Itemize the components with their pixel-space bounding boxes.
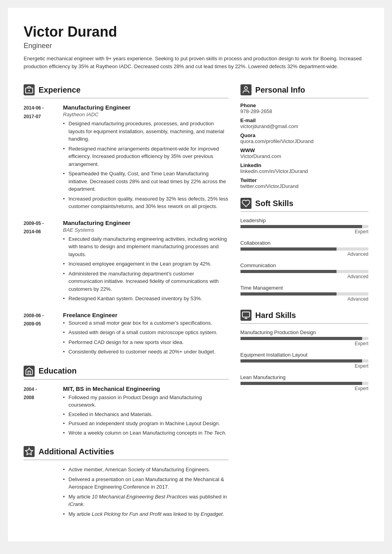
candidate-summary: Energetic mechanical engineer with 9+ ye… [24,55,368,70]
exp-bullet: Redesigned Kanban system. Decreased inve… [63,295,229,303]
exp-bullet: Increased employee engagement in the Lea… [63,260,229,268]
exp-job-title-2: Manufacturing Engineer [63,219,229,226]
exp-bullet: Administered the manufacturing departmen… [63,270,229,293]
hard-skills-section: Hard Skills Manufacturing Production Des… [240,310,368,391]
hard-skills-title: Hard Skills [255,311,296,320]
candidate-title: Engineer [24,42,368,50]
exp-content-2: Manufacturing Engineer BAE Systems Execu… [63,219,229,305]
skill-bar-fill-collaboration [240,247,337,251]
exp-bullet: Sourced a small motor gear box for a cus… [63,319,229,327]
exp-bullet: Increased production quality, measured b… [63,195,229,210]
personal-field-www: WWW VictorDurand.com [240,147,368,159]
skill-bar-collaboration [240,247,368,251]
exp-job-title-3: Freelance Engineer [63,312,229,318]
soft-skills-section: Soft Skills Leadership Expert Collaborat… [240,198,368,302]
svg-rect-5 [242,312,249,317]
soft-skills-header: Soft Skills [240,198,368,212]
candidate-name: Victor Durand [24,24,368,40]
skill-bar-manufacturing-production [240,337,368,340]
personal-field-phone: Phone 978-289-2658 [240,102,368,114]
exp-content-1: Manufacturing Engineer Raytheon IADC Des… [63,104,229,212]
soft-skills-icon [240,198,251,209]
exp-bullet: Consistently delivered to customer needs… [63,348,229,356]
skill-equipment-installation: Equipment Installation Layout Expert [240,352,368,369]
edu-entry-1: 2004 - 2008 MIT, BS in Mechanical Engine… [24,385,229,439]
edu-bullet: Excelled in Mechanics and Materials. [63,411,229,418]
skill-collaboration: Collaboration Advanced [240,240,368,257]
exp-bullets-2: Executed daily manufacturing engineering… [63,235,229,303]
skill-bar-fill-manufacturing [240,337,362,340]
exp-job-title-1: Manufacturing Engineer [63,104,229,111]
right-column: Personal Info Phone 978-289-2658 E-mail … [240,84,368,526]
education-header: Education [24,366,229,380]
additional-section: Additional Activities Active member, Ame… [24,446,229,518]
edu-bullet: Followed my passion in Product Design an… [63,394,229,409]
education-icon [24,366,35,377]
exp-entry-2: 2009-05 - 2014-06 Manufacturing Engineer… [24,219,229,305]
exp-company-2: BAE Systems [63,227,229,233]
edu-school-1: MIT, BS in Mechanical Engineering [63,385,229,392]
skill-bar-fill-time-management [240,292,337,296]
resume-container: Victor Durand Engineer Energetic mechani… [8,8,384,541]
exp-bullet: Executed daily manufacturing engineering… [63,235,229,258]
experience-title: Experience [39,86,81,95]
act-bullet: Active member, American Society of Manuf… [63,466,229,474]
hard-skills-header: Hard Skills [240,310,368,324]
skill-leadership: Leadership Expert [240,218,368,234]
edu-bullet: Wrote a weekly column on Lean Manufactur… [63,429,229,437]
exp-bullet: Assisted with design of a small custom m… [63,329,229,336]
skill-communication: Communication Advanced [240,262,368,279]
exp-dates-2: 2009-05 - 2014-06 [24,219,55,305]
edu-content-1: MIT, BS in Mechanical Engineering Follow… [63,385,229,439]
act-bullet: My article 10 Mechanical Engineering Bes… [63,493,229,508]
personal-field-quora: Quora quora.com/profile/VictorJDurand [240,132,368,144]
exp-dates-3: 2008-06 - 2009-05 [24,312,55,358]
skill-time-management: Time Management Advanced [240,285,368,302]
skill-bar-communication [240,270,368,273]
skill-bar-fill-equipment [240,359,362,363]
additional-title: Additional Activities [39,447,114,456]
exp-bullet: Redesigned machine arrangements departme… [63,145,229,168]
skill-bar-time-management [240,292,368,296]
personal-info-section: Personal Info Phone 978-289-2658 E-mail … [240,84,368,189]
act-bullet: Delivered a presentation on Lean Manufac… [63,476,229,491]
edu-bullets-1: Followed my passion in Product Design an… [63,394,229,437]
personal-field-twitter: Twitter twitter.com/VictorJDurand [240,177,368,189]
experience-section: Experience 2014-06 - 2017-07 Manufacturi… [24,84,229,358]
skill-bar-equipment-installation [240,359,368,363]
exp-company-1: Raytheon IADC [63,112,229,117]
skill-bar-lean-manufacturing [240,382,368,385]
exp-bullet: Performed CAD design for a new sports vi… [63,338,229,346]
edu-dates-1: 2004 - 2008 [24,385,55,439]
personal-info-icon [240,84,251,95]
education-section: Education 2004 - 2008 MIT, BS in Mechani… [24,366,229,439]
personal-info-header: Personal Info [240,84,368,99]
svg-point-4 [244,87,247,89]
education-title: Education [39,366,77,376]
additional-header: Additional Activities [24,446,229,460]
experience-header: Experience [24,84,229,99]
exp-bullets-1: Designed manufacturing procedures, proce… [63,120,229,210]
skill-bar-fill-communication [240,270,337,273]
skill-bar-fill-lean [240,382,362,385]
header-section: Victor Durand Engineer Energetic mechani… [24,24,368,70]
exp-bullets-3: Sourced a small motor gear box for a cus… [63,319,229,356]
exp-entry-3: 2008-06 - 2009-05 Freelance Engineer Sou… [24,312,229,358]
svg-marker-3 [26,448,33,455]
two-column-layout: Experience 2014-06 - 2017-07 Manufacturi… [24,84,368,526]
skill-manufacturing-production: Manufacturing Production Design Expert [240,329,368,346]
additional-bullets: Active member, American Society of Manuf… [63,466,229,518]
exp-bullet: Designed manufacturing procedures, proce… [63,120,229,143]
soft-skills-title: Soft Skills [255,199,294,208]
act-bullet: My article Lock Picking for Fun and Prof… [63,510,229,518]
edu-bullet: Pursued an independent study program in … [63,420,229,428]
skill-bar-leadership [240,225,368,228]
additional-icon [24,446,35,457]
hard-skills-icon [240,310,251,321]
exp-bullet: Spearheaded the Quality, Cost, and Time … [63,170,229,193]
skill-bar-fill-leadership [240,225,362,228]
personal-field-email: E-mail victorjdurand@gmail.com [240,117,368,129]
exp-content-3: Freelance Engineer Sourced a small motor… [63,312,229,358]
exp-dates-1: 2014-06 - 2017-07 [24,104,55,212]
personal-info-title: Personal Info [255,86,305,95]
